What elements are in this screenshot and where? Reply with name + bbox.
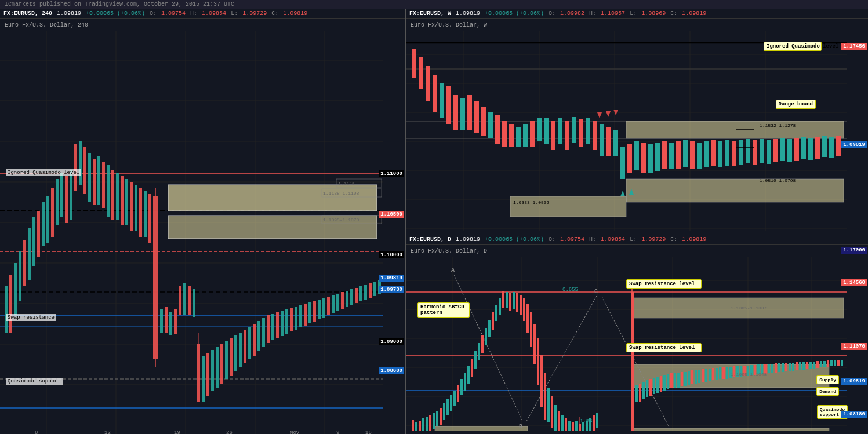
svg-rect-107 (341, 292, 344, 309)
svg-rect-49 (83, 147, 86, 194)
right-bottom-supply-box: Supply (816, 375, 839, 384)
svg-text:9: 9 (336, 430, 339, 434)
svg-rect-296 (572, 422, 574, 431)
svg-rect-88 (253, 324, 256, 356)
svg-rect-70 (174, 309, 177, 334)
right-bottom-price-4: 1.08180 (841, 411, 867, 418)
svg-rect-280 (516, 293, 518, 312)
right-top-price-117456: 1.17456 (841, 43, 867, 50)
left-high: 1.09854 (202, 10, 226, 17)
right-top-canvas[interactable]: Euro Fx/U.S. Dollar, W (406, 19, 868, 231)
right-top-change: +0.00065 (+0.06%) (485, 10, 544, 17)
svg-rect-261 (450, 395, 452, 411)
right-top-price-109819: 1.09819 (841, 141, 867, 148)
svg-rect-151 (474, 101, 479, 133)
svg-rect-266 (467, 366, 470, 384)
right-bottom-header: FX:EURUSD, D 1.09819 +0.00065 (+0.06%) O… (406, 235, 868, 245)
svg-rect-166 (579, 119, 583, 147)
svg-rect-286 (537, 338, 539, 385)
svg-rect-71 (179, 286, 181, 315)
svg-rect-51 (93, 159, 96, 205)
svg-rect-181 (648, 144, 653, 173)
svg-rect-143 (419, 57, 423, 89)
svg-rect-89 (257, 321, 260, 351)
left-quasimodo-label: Ignored Quasimodo level (6, 169, 81, 176)
svg-rect-201 (787, 139, 792, 162)
svg-rect-361 (823, 361, 826, 367)
svg-text:1.0519-1.0798: 1.0519-1.0798 (760, 178, 796, 183)
svg-rect-202 (794, 138, 799, 161)
svg-rect-264 (460, 379, 463, 395)
left-chart-canvas[interactable]: Euro Fx/U.S. Dollar, 240 (0, 19, 405, 431)
svg-rect-257 (436, 411, 438, 426)
svg-rect-32 (5, 286, 8, 333)
svg-text:16: 16 (365, 430, 372, 434)
svg-rect-152 (481, 107, 486, 136)
svg-rect-322 (688, 371, 690, 385)
svg-rect-37 (28, 228, 31, 280)
right-bottom-open-label: O: (549, 236, 555, 243)
right-bottom-harmonic-box: Harmonic AB=CDpattern (417, 302, 470, 318)
svg-rect-92 (271, 314, 274, 340)
svg-rect-113 (369, 283, 372, 298)
svg-rect-34 (14, 263, 17, 315)
svg-rect-365 (837, 360, 840, 366)
svg-rect-103 (322, 298, 325, 318)
svg-rect-156 (509, 124, 514, 147)
svg-rect-273 (492, 312, 494, 330)
svg-rect-332 (722, 367, 725, 379)
svg-rect-348 (778, 363, 780, 372)
right-top-low: 1.08969 (641, 10, 666, 17)
svg-rect-160 (537, 118, 542, 141)
svg-rect-146 (440, 83, 444, 118)
svg-rect-42 (51, 188, 54, 237)
svg-rect-105 (332, 295, 335, 313)
harmonic-label: Harmonic AB=CDpattern (420, 304, 464, 316)
svg-rect-208 (836, 136, 841, 156)
right-bottom-price-1: 1.14560 (841, 279, 867, 286)
svg-rect-206 (822, 136, 827, 157)
svg-rect-157 (516, 127, 521, 147)
right-bottom-canvas[interactable]: Euro Fx/U.S. Dollar, D (406, 245, 868, 431)
right-top-low-label: L: (630, 10, 637, 17)
svg-rect-323 (691, 370, 693, 384)
svg-rect-44 (60, 173, 63, 217)
svg-rect-190 (711, 140, 716, 166)
left-high-label: H: (190, 10, 197, 17)
right-top-title: Euro Fx/U.S. Dollar, W (411, 22, 487, 28)
svg-rect-36 (23, 240, 26, 286)
svg-rect-268 (474, 351, 477, 369)
svg-rect-297 (575, 421, 578, 431)
svg-rect-102 (318, 300, 321, 319)
svg-rect-302 (589, 418, 591, 431)
svg-rect-159 (530, 121, 535, 147)
svg-rect-253 (422, 418, 424, 431)
svg-rect-313 (656, 377, 659, 393)
svg-rect-162 (551, 121, 555, 150)
left-price-109819: 1.09819 (379, 275, 404, 282)
left-change: +0.00065 (+0.06%) (86, 10, 145, 17)
svg-rect-352 (792, 363, 794, 371)
right-top-high: 1.10957 (601, 10, 625, 17)
right-top-close: 1.09819 (682, 10, 706, 17)
svg-rect-38 (32, 217, 35, 266)
svg-text:1.1095-1.1070: 1.1095-1.1070 (323, 217, 359, 223)
svg-rect-355 (802, 362, 805, 370)
svg-rect-317 (670, 373, 673, 388)
svg-rect-193 (732, 141, 736, 166)
svg-rect-108 (346, 291, 348, 307)
svg-rect-97 (295, 307, 297, 330)
svg-rect-188 (697, 143, 702, 169)
svg-text:12: 12 (104, 430, 111, 434)
svg-rect-237 (435, 426, 528, 431)
svg-text:19: 19 (174, 430, 180, 434)
svg-rect-72 (183, 283, 186, 315)
svg-rect-252 (419, 421, 421, 431)
svg-rect-200 (780, 138, 785, 161)
right-bottom-high: 1.09854 (601, 236, 625, 243)
right-bottom-symbol: FX:EURUSD, D (409, 236, 451, 243)
svg-rect-205 (815, 137, 820, 159)
svg-rect-272 (488, 320, 491, 337)
svg-rect-251 (415, 422, 417, 431)
svg-rect-78 (206, 353, 209, 396)
